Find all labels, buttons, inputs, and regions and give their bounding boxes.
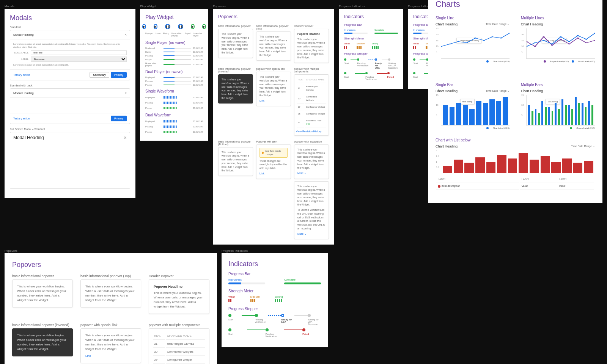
label: LABEL xyxy=(13,58,28,61)
table-row[interactable]: 29Configured Widget xyxy=(297,104,326,110)
svg-point-5 xyxy=(483,40,485,41)
dual-player-heading: Dual Player (no wave) xyxy=(145,70,203,74)
pop-link[interactable]: Link xyxy=(259,172,288,176)
pause-icon[interactable]: ❚❚ xyxy=(178,24,183,29)
modal-heading: Modal Heading xyxy=(13,33,34,36)
single-wave-heading: Single Waveform xyxy=(145,89,203,93)
svg-point-16 xyxy=(585,42,587,43)
close-icon[interactable]: × xyxy=(124,135,127,141)
medium-label: Medium xyxy=(250,295,260,298)
svg-point-14 xyxy=(568,44,570,44)
more-link[interactable]: More ⌄ xyxy=(297,232,326,236)
seek-track[interactable] xyxy=(164,85,191,85)
popovers-large-wrap: Popovers Popovers basic informational po… xyxy=(5,249,217,364)
svg-point-20 xyxy=(543,40,544,41)
close-icon[interactable]: × xyxy=(124,91,127,95)
stepper-2: Start Pending Verification Failed xyxy=(228,328,321,337)
svg-point-7 xyxy=(500,38,502,38)
chart-list-table: LABELLABELLABEL Item descriptionValueVal… xyxy=(436,176,595,190)
in-progress-label: In progress xyxy=(228,278,265,281)
pop-special: This is where your workflow begins. When… xyxy=(256,72,291,106)
table-row[interactable]: 30Connected Widgets xyxy=(153,348,205,356)
player-row: Playing00:26 / 3:47 xyxy=(145,101,203,105)
pop-link[interactable]: Link xyxy=(85,354,136,358)
svg-point-10 xyxy=(534,46,536,47)
close-icon[interactable]: × xyxy=(124,33,127,37)
chart-multi-bar: Multiple Bars Chart Heading text string5… xyxy=(521,80,595,130)
popovers-small-artboard: Popovers basic informational popoverThis… xyxy=(213,9,334,245)
table-row[interactable]: 31Rearranged Canvas xyxy=(297,84,326,93)
range-select[interactable]: Time Date Range ⌄ xyxy=(486,89,510,93)
play-icon[interactable]: ▶ xyxy=(154,24,157,29)
seek-track[interactable] xyxy=(164,77,191,78)
svg-point-19 xyxy=(534,42,536,43)
svg-point-4 xyxy=(474,38,476,38)
pause-icon[interactable]: ❚❚ xyxy=(165,24,170,29)
play-icon[interactable]: ▶ xyxy=(191,24,195,29)
charts-artboard: Charts Single Line Chart HeadingTime Dat… xyxy=(428,0,602,203)
svg-point-2 xyxy=(457,41,459,42)
primary-button[interactable]: Primary xyxy=(111,116,127,121)
player-row: Unplayed00:26 / 3:47 xyxy=(145,76,203,78)
modal-lorem: Lorem ipsum dolor sit amet, consectetur … xyxy=(13,42,127,49)
modals-artboard: Modals Standard Modal Heading× Lorem ips… xyxy=(5,9,135,198)
variant-fullscreen: Full Screen Modal – Standard xyxy=(10,128,130,130)
svg-point-13 xyxy=(560,39,561,39)
player-row: Unplayed00:26 / 3:47 xyxy=(145,47,203,49)
svg-point-11 xyxy=(543,36,544,37)
seek-track[interactable] xyxy=(164,52,191,52)
tertiary-action[interactable]: Tertiary action xyxy=(13,117,30,120)
svg-point-15 xyxy=(577,38,579,38)
variant-standard: Standard xyxy=(10,26,130,28)
table-row[interactable]: 29Configured Widget xyxy=(153,356,205,364)
table-row: Item descriptionValueValue xyxy=(436,183,594,190)
table-row[interactable]: 30Connected Widgets xyxy=(297,94,326,104)
pop-header: Popover HeadlineThis is where your workf… xyxy=(149,279,209,314)
play-widget-wrap: Play Widget Play Widget ▶ ▶ ❚❚ ❚❚ ▶ ▶ Un… xyxy=(140,5,208,141)
seek-track[interactable] xyxy=(164,59,191,60)
status-icon xyxy=(438,185,440,188)
popovers-title: Popovers xyxy=(12,261,209,269)
dropdown-select[interactable]: Dropdown xyxy=(31,56,127,62)
range-select[interactable]: Time Date Range ⌄ xyxy=(571,145,595,148)
play-icon[interactable]: ▶ xyxy=(202,24,206,29)
modal-standard: Modal Heading× Lorem ipsum dolor sit ame… xyxy=(10,30,130,80)
pop-bottom: This is where your workflow begins. When… xyxy=(218,147,253,176)
seek-track[interactable] xyxy=(164,64,191,65)
more-link[interactable]: More ⌄ xyxy=(297,171,326,176)
table-row[interactable]: 28Configured Widget xyxy=(297,111,326,117)
player-row: Playing00:26 / 3:47 xyxy=(145,80,203,82)
text-field-input[interactable] xyxy=(31,50,127,55)
player-row: Playing00:26 / 3:47 xyxy=(145,125,203,129)
seek-track[interactable] xyxy=(164,81,191,82)
indicators-title: Indicators xyxy=(344,14,398,19)
table-row[interactable]: 31Rearranged Canvas xyxy=(153,340,205,348)
player-row: Unplayed00:26 / 3:47 xyxy=(145,96,203,99)
stepper-heading: Progress Stepper xyxy=(228,307,321,311)
modal-heading: Modal Heading xyxy=(13,135,44,140)
pop-inverted: This is where your workflow begins. When… xyxy=(12,328,73,356)
seek-track[interactable] xyxy=(164,55,191,56)
seek-track[interactable] xyxy=(164,48,191,49)
modal-lorem2: Lorem ipsum dolor sit amet, consectetur … xyxy=(13,63,127,66)
primary-button[interactable]: Primary xyxy=(111,72,127,78)
svg-point-24 xyxy=(577,35,579,36)
svg-point-3 xyxy=(466,42,468,43)
tertiary-action[interactable]: Tertiary action xyxy=(13,74,30,76)
player-row: Played00:26 / 3:47 xyxy=(145,106,203,110)
play-icon[interactable]: ▶ xyxy=(142,24,146,29)
view-history-link[interactable]: View Revision History xyxy=(296,130,327,134)
range-select[interactable]: Time Date Range ⌄ xyxy=(486,23,510,26)
player-row: Played00:26 / 3:47 xyxy=(145,58,203,61)
long-label: LONG LABEL xyxy=(13,51,28,54)
indicators-large-artboard: Indicators Progress Bar In progress Comp… xyxy=(222,253,328,347)
secondary-button[interactable]: Secondary xyxy=(90,72,109,78)
stepper-1: Start Pending Verification Ready for LOA… xyxy=(228,314,321,325)
warning-icon xyxy=(262,152,264,154)
pop-multi: REV.CHANGES MADE31Rearranged Canvas30Con… xyxy=(294,74,329,136)
dual-wave-heading: Dual Waveform xyxy=(145,113,203,117)
svg-point-22 xyxy=(560,36,561,37)
progress-bar-heading: Progress Bar xyxy=(228,272,321,276)
pop-link[interactable]: Link xyxy=(259,99,288,103)
table-row[interactable]: 27Published Flow ((•)) xyxy=(297,118,326,127)
